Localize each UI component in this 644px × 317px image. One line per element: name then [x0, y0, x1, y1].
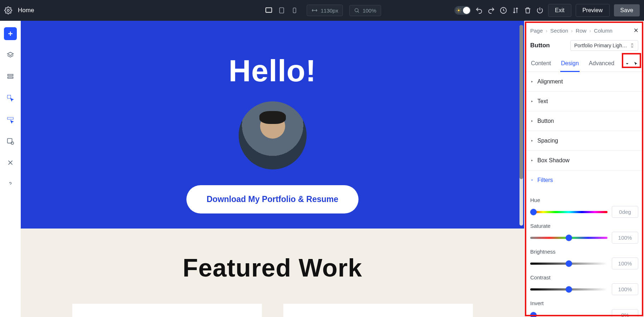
cursor-icon[interactable] — [633, 61, 638, 66]
chevron-down-icon[interactable] — [625, 61, 630, 66]
breadcrumb: Page› Section› Row› Column × — [525, 21, 644, 39]
caret-right-icon — [530, 159, 534, 162]
inspector-tabs: Content Design Advanced — [525, 56, 644, 72]
left-toolbar — [0, 21, 21, 317]
caret-down-icon — [530, 178, 534, 182]
svg-rect-10 — [8, 117, 14, 120]
filter-invert: Invert 0% — [530, 300, 638, 317]
expand-icon — [630, 43, 634, 48]
svg-point-0 — [7, 9, 9, 11]
sun-icon — [456, 8, 462, 13]
top-bar: Home 1130px 100% Exit Preview Save — [0, 0, 644, 21]
svg-point-4 — [355, 9, 358, 12]
saturate-value[interactable]: 100% — [612, 232, 638, 244]
tools-button[interactable] — [4, 156, 17, 169]
svg-point-5 — [458, 9, 459, 11]
preset-label: Portfolio Primary Light... — [574, 43, 627, 48]
device-mobile[interactable] — [289, 5, 300, 16]
canvas-scrollbar[interactable] — [519, 25, 523, 226]
hero-title[interactable]: Hello! — [229, 53, 316, 88]
trash-icon[interactable] — [524, 6, 532, 14]
canvas[interactable]: Hello! Download My Portfolio & Resume Fe… — [21, 21, 524, 317]
hue-slider[interactable] — [530, 211, 608, 213]
work-card[interactable] — [72, 304, 262, 317]
invert-value[interactable]: 0% — [612, 309, 638, 317]
structure-button[interactable] — [4, 70, 17, 83]
tab-advanced[interactable]: Advanced — [588, 56, 615, 72]
device-tablet[interactable] — [276, 5, 287, 16]
section-text[interactable]: Text — [525, 92, 644, 111]
breadcrumb-item[interactable]: Row — [576, 28, 586, 34]
saturate-slider[interactable] — [530, 237, 608, 239]
add-element-button[interactable] — [4, 27, 17, 40]
database-button[interactable] — [4, 135, 17, 148]
tab-content[interactable]: Content — [530, 56, 552, 72]
work-card[interactable] — [283, 304, 473, 317]
save-button[interactable]: Save — [614, 4, 640, 16]
featured-title[interactable]: Featured Work — [21, 254, 524, 282]
filters-body: Hue 0deg Saturate 100% Brightness 100% C… — [525, 190, 644, 317]
device-desktop[interactable] — [263, 5, 274, 16]
close-icon[interactable]: × — [634, 26, 638, 35]
brightness-slider[interactable] — [530, 263, 608, 265]
brightness-value[interactable]: 100% — [612, 258, 638, 269]
invert-slider[interactable] — [530, 315, 608, 316]
layers-button[interactable] — [4, 49, 17, 62]
featured-section[interactable]: Featured Work — [21, 229, 524, 317]
canvas-width-input[interactable]: 1130px — [307, 5, 343, 16]
device-switcher — [263, 5, 300, 16]
breadcrumb-item[interactable]: Section — [550, 28, 568, 34]
exit-button[interactable]: Exit — [548, 4, 571, 17]
filter-hue: Hue 0deg — [530, 197, 638, 218]
hue-value[interactable]: 0deg — [612, 206, 638, 218]
preset-select[interactable]: Portfolio Primary Light... — [570, 40, 638, 51]
section-spacing[interactable]: Spacing — [525, 131, 644, 151]
contrast-value[interactable]: 100% — [612, 283, 638, 295]
svg-rect-8 — [8, 77, 13, 78]
home-link[interactable]: Home — [18, 7, 34, 14]
filter-brightness: Brightness 100% — [530, 249, 638, 269]
undo-icon[interactable] — [475, 6, 483, 14]
avatar-image[interactable] — [239, 101, 307, 169]
inspector-panel: Page› Section› Row› Column × Button Port… — [524, 21, 644, 317]
toggle-knob — [463, 7, 470, 14]
svg-rect-1 — [266, 8, 272, 13]
select-container-button[interactable] — [4, 113, 17, 126]
section-button[interactable]: Button — [525, 111, 644, 131]
theme-toggle[interactable] — [454, 6, 471, 15]
contrast-slider[interactable] — [530, 288, 608, 290]
hero-section[interactable]: Hello! Download My Portfolio & Resume — [21, 21, 524, 229]
element-name: Button — [530, 42, 550, 49]
filter-contrast: Contrast 100% — [530, 274, 638, 295]
breadcrumb-item[interactable]: Page — [530, 28, 543, 34]
caret-right-icon — [530, 80, 534, 83]
caret-right-icon — [530, 139, 534, 143]
breadcrumb-item[interactable]: Column — [594, 28, 613, 34]
section-alignment[interactable]: Alignment — [525, 72, 644, 92]
svg-rect-2 — [279, 8, 284, 13]
power-icon[interactable] — [536, 6, 544, 14]
download-button[interactable]: Download My Portfolio & Resume — [186, 185, 358, 213]
zoom-value: 100% — [362, 8, 376, 14]
caret-right-icon — [530, 100, 534, 103]
section-filters[interactable]: Filters — [525, 170, 644, 190]
select-mode-button[interactable] — [4, 92, 17, 105]
svg-rect-3 — [293, 8, 296, 13]
svg-rect-7 — [8, 75, 13, 76]
preview-button[interactable]: Preview — [576, 4, 610, 17]
history-icon[interactable] — [499, 6, 507, 14]
caret-right-icon — [530, 119, 534, 123]
zoom-input[interactable]: 100% — [349, 5, 381, 16]
canvas-width-value: 1130px — [321, 8, 338, 14]
section-box-shadow[interactable]: Box Shadow — [525, 151, 644, 170]
filter-saturate: Saturate 100% — [530, 223, 638, 244]
gear-icon[interactable] — [4, 6, 12, 14]
sort-icon[interactable] — [512, 6, 519, 14]
help-button[interactable] — [4, 178, 17, 191]
redo-icon[interactable] — [487, 6, 495, 14]
tab-design[interactable]: Design — [560, 56, 580, 72]
